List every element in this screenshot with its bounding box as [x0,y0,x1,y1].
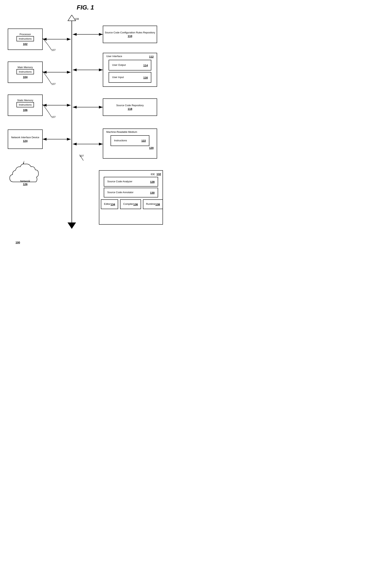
figure-title: FIG. 1 [4,4,167,11]
main-memory-number: 104 [23,76,27,79]
label-107-mem: 107 [52,83,56,86]
network-number: 126 [20,183,30,186]
runtime-label: Runtime [146,202,155,206]
system-label: 100 [16,241,20,244]
runtime-box: Runtime 138 [143,199,163,209]
user-interface-number: 112 [149,55,154,58]
source-code-annotator-box: Source Code Annotator 130 [104,188,158,198]
label-108: 108 [75,17,79,20]
user-output-box: User Output 114 [109,60,151,70]
main-memory-label: Main Memory [18,66,33,69]
network-interface-box: Network Interface Device 124 [8,129,43,149]
user-interface-label: User Interface [106,55,122,58]
machine-readable-instructions-box: Instructions 122 [110,135,149,146]
user-input-label: User Input [112,76,124,79]
user-input-box: User Input 116 [109,72,151,83]
label-107-static: 107 [52,115,56,118]
network-label: Network [20,180,30,183]
machine-readable-box: Machine-Readable Medium Instructions 122… [103,129,157,159]
system-number: 100 [16,241,20,244]
source-code-analyzer-box: Source Code Analyzer 128 [104,177,158,187]
ide-box: IDE 132 Source Code Analyzer 128 Source … [99,170,163,225]
source-code-config-number: 110 [128,34,132,38]
editor-label: Editor [104,202,110,206]
processor-number: 102 [23,43,27,46]
ide-label: IDE [151,173,155,176]
network-interface-label: Network Interface Device [11,136,39,139]
machine-readable-number: 120 [149,146,154,149]
main-memory-instructions-label: Instructions [19,70,32,73]
processor-instructions: Instructions [17,36,34,41]
static-memory-label: Static Memory [17,99,33,102]
label-107-proc: 107 [52,49,56,52]
compiler-number: 136 [133,203,138,206]
user-output-number: 114 [143,64,148,67]
svg-marker-6 [68,15,76,21]
runtime-number: 138 [155,203,160,206]
network-interface-number: 124 [23,139,27,143]
main-memory-instructions: Instructions [17,69,34,74]
network-cloud: Network 126 [6,157,45,188]
processor-instructions-label: Instructions [19,37,32,40]
static-memory-instructions-label: Instructions [19,103,32,106]
ide-number: 132 [157,173,161,176]
page: FIG. 1 Processor Instructions 102 Main M… [0,0,171,252]
editor-box: Editor 134 [101,199,118,209]
machine-readable-instructions-number: 122 [141,139,146,142]
source-code-analyzer-number: 128 [150,180,155,183]
user-input-number: 116 [143,76,148,79]
label-107-mrm: 107 [79,154,84,157]
machine-readable-instructions-label: Instructions [114,139,127,142]
source-code-annotator-number: 130 [150,191,155,194]
source-code-repo-box: Source Code Repository 118 [103,98,157,116]
processor-box: Processor Instructions 102 [8,29,43,50]
user-interface-box: User Interface 112 User Output 114 User … [103,53,157,87]
diagram: Processor Instructions 102 Main Memory I… [4,15,167,248]
user-output-label: User Output [112,63,126,67]
source-code-analyzer-label: Source Code Analyzer [107,180,132,183]
source-code-config-label: Source Code Configuration Rules Reposito… [105,31,155,34]
source-code-repo-number: 118 [128,107,132,111]
editor-number: 134 [110,203,115,206]
source-code-annotator-label: Source Code Annotator [107,191,133,194]
main-memory-box: Main Memory Instructions 104 [8,61,43,83]
svg-marker-7 [68,223,76,229]
static-memory-number: 106 [23,109,27,112]
compiler-label: Compiler [123,202,133,206]
source-code-repo-label: Source Code Repository [116,104,144,107]
machine-readable-label: Machine-Readable Medium [106,130,137,134]
static-memory-box: Static Memory Instructions 106 [8,94,43,116]
processor-label: Processor [20,33,31,36]
source-code-config-box: Source Code Configuration Rules Reposito… [103,26,157,43]
static-memory-instructions: Instructions [17,102,34,107]
compiler-box: Compiler 136 [120,199,141,209]
